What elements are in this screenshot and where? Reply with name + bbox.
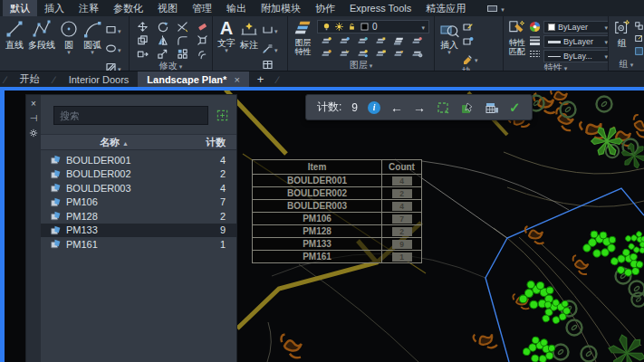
insert-count-table-button[interactable] (485, 100, 499, 115)
layer-tool-icon[interactable] (339, 35, 351, 47)
list-item[interactable]: BOULDER0034 (41, 181, 236, 195)
layer-tool-icon[interactable] (411, 48, 423, 60)
count-column-header[interactable]: 计数 (187, 136, 236, 149)
circle-button[interactable]: 圆 (57, 18, 81, 57)
fillet-icon[interactable] (177, 34, 188, 46)
next-instance-button[interactable]: → (413, 101, 426, 114)
object-color-select[interactable]: ByLayer (543, 21, 609, 33)
stretch-icon[interactable] (137, 48, 149, 60)
layer-tool-icon[interactable] (321, 48, 332, 60)
write-block-button[interactable] (462, 35, 478, 47)
doc-tab-landscape-plan[interactable]: Landscape Plan* × (138, 71, 248, 87)
erase-icon[interactable] (197, 21, 208, 33)
dimension-button[interactable]: 标注 (237, 18, 261, 51)
insert-block-button[interactable]: 插入 (437, 18, 461, 57)
offset-icon[interactable] (197, 48, 208, 60)
line-button[interactable]: 直线 (3, 18, 26, 51)
layer-tool-icon[interactable] (357, 48, 369, 60)
lineweight-icon[interactable] (529, 34, 541, 46)
mirror-icon[interactable] (157, 34, 168, 46)
ribbon-tab-annotate[interactable]: 注释 (72, 0, 106, 16)
list-item-selected[interactable]: PM1339 (41, 224, 236, 238)
ribbon-tab-parametric[interactable]: 参数化 (106, 0, 150, 16)
arc-button[interactable]: 圆弧 (81, 18, 104, 57)
ribbon-tab-addins[interactable]: 附加模块 (254, 0, 308, 16)
ribbon-tab-featured-apps[interactable]: 精选应用 (418, 0, 473, 16)
ribbon-display-toggle-button[interactable] (478, 0, 514, 16)
layer-tool-icon[interactable] (321, 35, 332, 47)
panel-label-groups[interactable]: 组 (609, 59, 644, 71)
rectangle-button[interactable] (105, 21, 121, 37)
palette-title-bar[interactable]: × ⊣ (26, 95, 41, 362)
select-objects-icon[interactable] (216, 109, 229, 122)
polyline-button[interactable]: 多段线 (26, 18, 57, 51)
leader-button[interactable] (262, 40, 278, 56)
panel-label-block[interactable]: 块 (435, 66, 503, 71)
match-properties-button[interactable]: 特性匹配 (506, 18, 528, 57)
array-icon[interactable] (177, 48, 188, 60)
name-column-header[interactable]: 名称▲ (41, 136, 187, 149)
group-button[interactable]: 组 (611, 18, 633, 49)
ribbon-tab-output[interactable]: 输出 (219, 0, 254, 16)
layer-tool-icon[interactable] (375, 35, 387, 47)
palette-autohide-icon[interactable]: ⊣ (30, 114, 38, 123)
palette-close-icon[interactable]: × (31, 100, 36, 109)
panel-label-modify[interactable]: 修改 (130, 61, 212, 71)
doc-tab-start[interactable]: 开始 (11, 71, 49, 87)
panel-label-layers[interactable]: 图层 (288, 60, 434, 71)
lightbulb-icon (322, 22, 332, 32)
panel-label-properties[interactable]: 特性 (504, 62, 608, 71)
layer-tool-icon[interactable] (339, 48, 351, 60)
select-counted-objects-button[interactable] (436, 100, 450, 115)
list-item[interactable]: BOULDER0014 (41, 153, 236, 167)
group-edit-button[interactable] (634, 33, 644, 43)
list-item[interactable]: PM1611 (41, 237, 236, 252)
layer-tool-icon[interactable] (375, 48, 387, 60)
explode-icon[interactable] (197, 34, 208, 46)
block-attributes-button[interactable] (462, 50, 478, 66)
ribbon-tab-insert[interactable]: 插入 (37, 0, 72, 16)
table-button[interactable] (262, 59, 278, 71)
group-selection-button[interactable] (634, 46, 644, 56)
list-item[interactable]: PM1282 (41, 209, 236, 224)
copy-icon[interactable] (137, 34, 149, 46)
layer-properties-button[interactable]: 图层特性 (291, 18, 315, 57)
ribbon-tab-collaborate[interactable]: 协作 (308, 0, 342, 16)
linetype-select[interactable]: ByLay... (543, 50, 609, 62)
lineweight-select[interactable]: ByLayer (543, 35, 609, 48)
move-icon[interactable] (137, 21, 149, 33)
rotate-icon[interactable] (157, 21, 168, 33)
create-selection-set-button[interactable] (460, 100, 475, 115)
palette-search-input[interactable] (53, 106, 208, 125)
layer-tool-icon[interactable] (393, 35, 405, 47)
layer-tool-icon[interactable] (393, 48, 405, 60)
layer-tool-icon[interactable] (411, 35, 423, 47)
drawing-canvas[interactable]: Item Count BOULDER0014 BOULDER0022 BOULD… (0, 87, 644, 362)
ellipse-button[interactable] (105, 40, 121, 56)
palette-settings-icon[interactable] (29, 129, 38, 138)
previous-instance-button[interactable]: ← (390, 101, 403, 114)
scale-icon[interactable] (157, 48, 168, 60)
hatch-button[interactable] (105, 59, 121, 71)
linetype-icon[interactable] (529, 48, 541, 60)
trim-icon[interactable] (177, 21, 188, 33)
new-tab-button[interactable]: + (249, 71, 273, 87)
list-item[interactable]: PM1067 (41, 195, 236, 210)
ribbon-tab-view[interactable]: 视图 (150, 0, 185, 16)
dim-linear-button[interactable] (262, 21, 278, 37)
ungroup-button[interactable] (634, 21, 644, 31)
doc-tab-interior-doors[interactable]: Interior Doors (60, 71, 139, 87)
layer-tool-icon[interactable] (357, 35, 369, 47)
ribbon-tab-express-tools[interactable]: Express Tools (342, 0, 418, 16)
list-item[interactable]: BOULDER0022 (41, 167, 236, 182)
edit-block-button[interactable] (462, 21, 478, 33)
text-button[interactable]: A 文字 (216, 18, 237, 55)
layer-select[interactable]: 0 (317, 20, 429, 33)
close-tab-icon[interactable]: × (234, 74, 239, 85)
finish-count-button[interactable]: ✓ (509, 100, 521, 114)
count-info-icon[interactable]: i (368, 101, 380, 114)
block-count-list: BOULDER0014 BOULDER0022 BOULDER0034 PM10… (41, 150, 236, 362)
ribbon-tab-manage[interactable]: 管理 (185, 0, 219, 16)
color-wheel-icon[interactable] (529, 21, 541, 33)
ribbon-tab-home[interactable]: 默认 (3, 0, 37, 16)
